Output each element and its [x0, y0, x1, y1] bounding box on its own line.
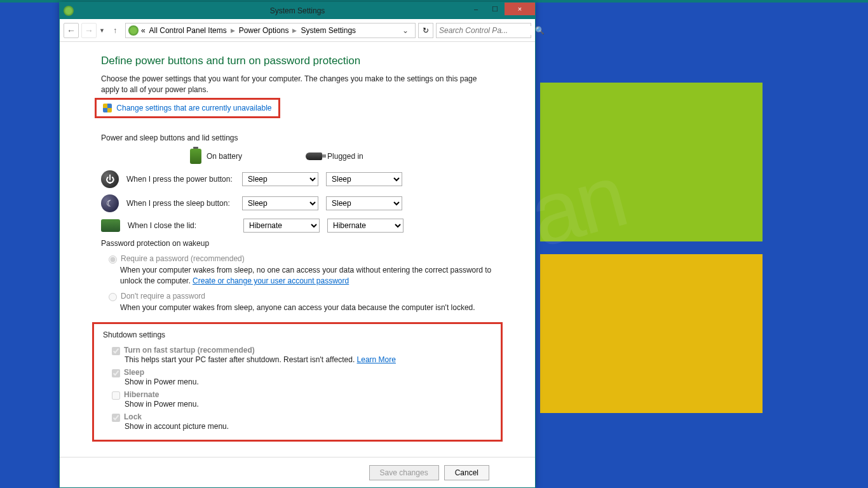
chk-hibernate-label: Hibernate — [124, 390, 159, 399]
search-input[interactable] — [439, 26, 535, 35]
chk-fast-startup-label: Turn on fast startup (recommended) — [124, 346, 255, 355]
chk-lock — [112, 414, 120, 422]
highlight-box-2: Shutdown settings Turn on fast startup (… — [92, 322, 503, 442]
search-icon: 🔍 — [535, 26, 545, 35]
navbar: ← → ▼ ↑ « All Control Panel Items ▶ Powe… — [60, 19, 535, 42]
radio-require-password — [109, 255, 117, 264]
col-plugged-label: Plugged in — [327, 152, 363, 161]
breadcrumb[interactable]: « All Control Panel Items ▶ Power Option… — [125, 23, 416, 38]
maximize-button[interactable]: ☐ — [485, 3, 505, 15]
chk-fast-startup-desc: This helps start your PC faster after sh… — [125, 355, 492, 364]
row-power-label: When I press the power button: — [126, 175, 234, 184]
breadcrumb-prefix: « — [140, 25, 147, 36]
create-password-link[interactable]: Create or change your user account passw… — [193, 276, 349, 285]
radio-require-password-label: Require a password (recommended) — [121, 254, 245, 263]
nav-back-button[interactable]: ← — [64, 23, 79, 38]
change-settings-link[interactable]: Change settings that are currently unava… — [116, 104, 271, 112]
chk-hibernate — [112, 391, 120, 400]
power-button-icon: ⏻ — [101, 170, 119, 188]
content-area: Define power buttons and turn on passwor… — [60, 42, 535, 487]
system-settings-window: System Settings – ☐ × ← → ▼ ↑ « All Cont… — [59, 2, 536, 488]
chk-sleep-label: Sleep — [124, 368, 144, 377]
page-intro: Choose the power settings that you want … — [101, 74, 494, 95]
breadcrumb-item-2[interactable]: Power Options — [238, 25, 290, 36]
search-box[interactable]: 🔍 — [436, 23, 531, 38]
plug-icon — [306, 152, 322, 160]
save-button[interactable]: Save changes — [369, 465, 439, 480]
breadcrumb-item-3[interactable]: System Settings — [299, 25, 357, 36]
section-buttons-heading: Power and sleep buttons and lid settings — [101, 133, 494, 142]
radio-no-password-desc: When your computer wakes from sleep, any… — [120, 302, 494, 313]
titlebar[interactable]: System Settings – ☐ × — [60, 3, 535, 19]
sleep-button-icon: ☾ — [101, 194, 119, 212]
refresh-button[interactable]: ↻ — [418, 23, 433, 38]
minimize-button[interactable]: – — [466, 3, 485, 15]
highlight-box-1: Change settings that are currently unava… — [95, 98, 280, 119]
shield-icon — [103, 104, 112, 112]
chk-hibernate-desc: Show in Power menu. — [125, 400, 492, 409]
nav-up-button[interactable]: ↑ — [107, 23, 123, 38]
window-title: System Settings — [60, 6, 535, 15]
col-battery-label: On battery — [207, 152, 242, 161]
chevron-right-icon: ▶ — [291, 27, 298, 34]
lid-plugged-select[interactable]: Hibernate — [327, 219, 403, 233]
row-lid-label: When I close the lid: — [128, 221, 236, 230]
learn-more-link[interactable]: Learn More — [357, 355, 396, 364]
row-sleep-label: When I press the sleep button: — [126, 199, 234, 208]
section-password-heading: Password protection on wakeup — [101, 239, 494, 248]
sleep-battery-select[interactable]: Sleep — [242, 196, 318, 210]
lid-icon — [101, 219, 120, 232]
lid-battery-select[interactable]: Hibernate — [243, 219, 320, 233]
power-plugged-select[interactable]: Sleep — [326, 172, 402, 186]
cancel-button[interactable]: Cancel — [444, 465, 489, 480]
back-icon: ← — [67, 25, 76, 36]
forward-icon: → — [85, 25, 93, 36]
section-shutdown-heading: Shutdown settings — [103, 330, 492, 339]
radio-require-desc: When your computer wakes from sleep, no … — [120, 265, 494, 287]
breadcrumb-dropdown-icon[interactable]: ⌄ — [398, 26, 412, 35]
radio-no-password — [109, 293, 117, 301]
chk-lock-desc: Show in account picture menu. — [125, 422, 492, 431]
up-icon: ↑ — [113, 26, 117, 35]
desktop-tile-yellow — [540, 254, 763, 413]
nav-forward-button[interactable]: → — [81, 23, 97, 38]
close-button[interactable]: × — [505, 3, 535, 15]
radio-no-password-label: Don't require a password — [121, 292, 205, 301]
chk-sleep — [112, 369, 120, 377]
chk-lock-label: Lock — [124, 412, 142, 421]
power-battery-select[interactable]: Sleep — [242, 172, 318, 186]
breadcrumb-item-1[interactable]: All Control Panel Items — [148, 25, 228, 36]
footer: Save changes Cancel — [60, 457, 535, 487]
chk-fast-startup — [112, 347, 120, 355]
refresh-icon: ↻ — [423, 26, 429, 35]
breadcrumb-icon — [128, 25, 139, 36]
page-heading: Define power buttons and turn on passwor… — [101, 55, 494, 67]
battery-icon — [190, 149, 201, 164]
sleep-plugged-select[interactable]: Sleep — [326, 196, 402, 210]
desktop-tile-green — [540, 83, 763, 241]
chk-sleep-desc: Show in Power menu. — [125, 377, 492, 386]
chevron-right-icon: ▶ — [229, 27, 236, 34]
